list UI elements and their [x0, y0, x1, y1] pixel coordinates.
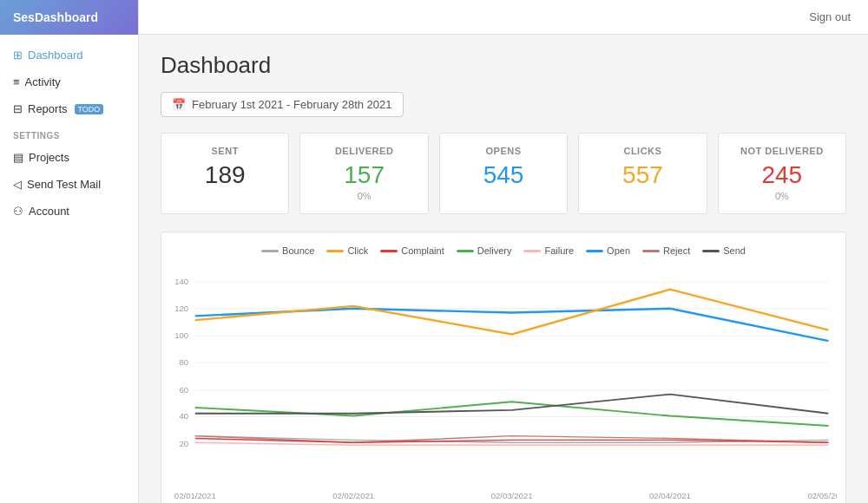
- legend-color-bounce: [261, 250, 279, 252]
- legend-item-delivery: Delivery: [457, 245, 512, 256]
- sidebar-item-label: Dashboard: [28, 49, 83, 62]
- legend-label-send: Send: [723, 245, 746, 256]
- main-content: Sign out Dashboard 📅 February 1st 2021 -…: [139, 0, 868, 503]
- stat-card-clicks: CLICKS 557: [578, 133, 707, 214]
- svg-text:02/01/2021: 02/01/2021: [174, 491, 216, 500]
- stat-card-sent: SENT 189: [161, 133, 289, 214]
- sidebar-header: SesDashboard: [0, 0, 138, 35]
- legend-item-reject: Reject: [642, 245, 690, 256]
- stat-card-not-delivered: NOT DELIVERED 245 0%: [718, 133, 846, 214]
- stats-row: SENT 189 DELIVERED 157 0% OPENS 545 CLIC…: [161, 133, 846, 214]
- legend-label-delivery: Delivery: [477, 245, 512, 256]
- content-area: Dashboard 📅 February 1st 2021 - February…: [139, 35, 868, 503]
- calendar-icon: 📅: [172, 98, 186, 111]
- stat-card-opens: OPENS 545: [439, 133, 568, 214]
- legend-item-send: Send: [702, 245, 746, 256]
- legend-item-complaint: Complaint: [380, 245, 444, 256]
- legend-color-complaint: [380, 250, 398, 252]
- legend-color-delivery: [457, 250, 474, 252]
- page-title: Dashboard: [161, 52, 846, 79]
- legend-label-open: Open: [607, 245, 630, 256]
- account-icon: ⚇: [13, 205, 23, 218]
- legend-item-failure: Failure: [523, 245, 574, 256]
- chart-container: BounceClickComplaintDeliveryFailureOpenR…: [161, 232, 846, 503]
- stat-card-delivered: DELIVERED 157 0%: [299, 133, 428, 214]
- chart-legend: BounceClickComplaintDeliveryFailureOpenR…: [170, 245, 837, 256]
- settings-section-label: SETTINGS: [0, 122, 138, 144]
- sidebar-item-dashboard[interactable]: ⊞ Dashboard: [0, 42, 138, 69]
- svg-text:100: 100: [174, 330, 188, 340]
- reports-icon: ⊟: [13, 102, 23, 115]
- topbar: Sign out: [139, 0, 868, 35]
- activity-icon: ≡: [13, 75, 20, 88]
- todo-badge: TODO: [75, 104, 104, 114]
- sidebar-item-activity[interactable]: ≡ Activity: [0, 69, 138, 95]
- chart-svg-wrapper: 140 120 100 80 60 40 20 02/01: [170, 265, 837, 503]
- legend-item-bounce: Bounce: [261, 245, 314, 256]
- sidebar-item-label: Reports: [28, 102, 68, 115]
- date-range-picker[interactable]: 📅 February 1st 2021 - February 28th 2021: [161, 92, 404, 117]
- svg-text:02/03/2021: 02/03/2021: [491, 491, 533, 500]
- sidebar-item-projects[interactable]: ▤ Projects: [0, 144, 138, 171]
- send-test-mail-icon: ◁: [13, 178, 22, 191]
- svg-text:120: 120: [174, 304, 188, 313]
- stat-value-opens: 545: [457, 161, 549, 189]
- sidebar-item-label: Account: [29, 205, 69, 218]
- legend-color-reject: [642, 250, 660, 252]
- svg-text:60: 60: [179, 385, 188, 395]
- stat-label-delivered: DELIVERED: [318, 146, 410, 156]
- sidebar-item-account[interactable]: ⚇ Account: [0, 198, 138, 225]
- legend-label-bounce: Bounce: [282, 245, 314, 256]
- legend-label-reject: Reject: [663, 245, 690, 256]
- legend-item-open: Open: [586, 245, 630, 256]
- dashboard-icon: ⊞: [13, 49, 23, 62]
- stat-label-clicks: CLICKS: [596, 146, 688, 156]
- legend-color-send: [702, 250, 720, 252]
- legend-label-failure: Failure: [544, 245, 574, 256]
- svg-text:02/04/2021: 02/04/2021: [649, 491, 691, 500]
- stat-label-not-delivered: NOT DELIVERED: [736, 146, 828, 156]
- svg-text:20: 20: [179, 439, 188, 448]
- legend-color-click: [326, 250, 344, 252]
- stat-sub-delivered: 0%: [318, 191, 410, 201]
- sidebar-item-label: Activity: [25, 75, 61, 88]
- sidebar-item-reports[interactable]: ⊟ Reports TODO: [0, 95, 138, 122]
- legend-color-open: [586, 250, 603, 252]
- legend-item-click: Click: [326, 245, 368, 256]
- sign-out-button[interactable]: Sign out: [809, 10, 851, 23]
- app-name: SesDashboard: [13, 10, 98, 24]
- stat-sub-not-delivered: 0%: [736, 191, 828, 201]
- legend-color-failure: [523, 250, 541, 252]
- legend-label-complaint: Complaint: [401, 245, 444, 256]
- sidebar-item-label: Projects: [29, 151, 69, 164]
- svg-text:02/02/2021: 02/02/2021: [332, 491, 374, 500]
- sidebar-item-send-test-mail[interactable]: ◁ Send Test Mail: [0, 171, 138, 198]
- stat-value-not-delivered: 245: [736, 161, 828, 189]
- sidebar: SesDashboard ⊞ Dashboard ≡ Activity ⊟ Re…: [0, 0, 139, 503]
- stat-label-sent: SENT: [179, 146, 271, 156]
- projects-icon: ▤: [13, 151, 23, 164]
- stat-value-sent: 189: [179, 161, 271, 189]
- svg-text:40: 40: [179, 411, 188, 421]
- stat-label-opens: OPENS: [457, 146, 549, 156]
- send-line: [195, 395, 829, 414]
- svg-text:140: 140: [174, 277, 188, 286]
- sidebar-nav: ⊞ Dashboard ≡ Activity ⊟ Reports TODO SE…: [0, 35, 138, 232]
- chart-svg: 140 120 100 80 60 40 20 02/01: [170, 265, 837, 503]
- svg-text:80: 80: [179, 357, 188, 367]
- stat-value-delivered: 157: [318, 161, 410, 189]
- sidebar-item-label: Send Test Mail: [27, 178, 101, 191]
- legend-label-click: Click: [347, 245, 368, 256]
- stat-value-clicks: 557: [596, 161, 688, 189]
- svg-text:02/05/2021: 02/05/2021: [807, 491, 837, 500]
- date-range-label: February 1st 2021 - February 28th 2021: [192, 98, 392, 111]
